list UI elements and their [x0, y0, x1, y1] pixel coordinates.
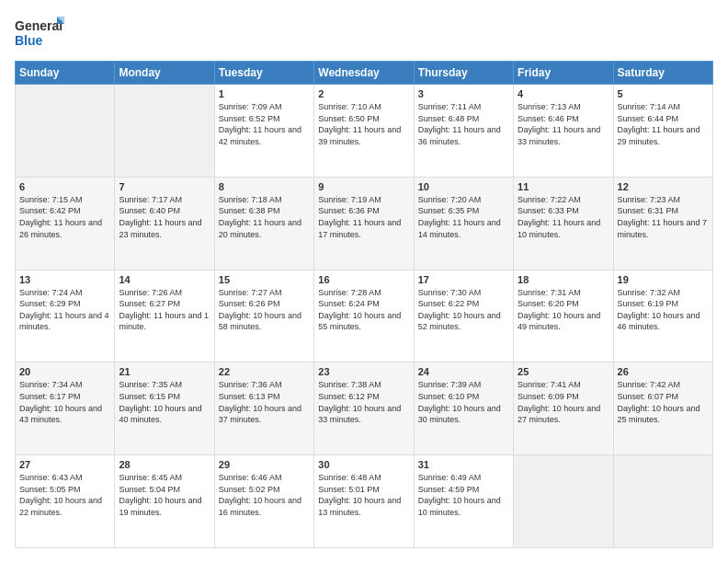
- calendar-cell: 4Sunrise: 7:13 AMSunset: 6:46 PMDaylight…: [514, 85, 613, 178]
- day-info: Sunrise: 7:19 AMSunset: 6:36 PMDaylight:…: [318, 194, 409, 240]
- day-number: 8: [219, 181, 310, 192]
- col-header-sunday: Sunday: [16, 62, 115, 85]
- calendar-week-0: 1Sunrise: 7:09 AMSunset: 6:52 PMDaylight…: [16, 85, 713, 178]
- calendar-cell: [514, 455, 613, 548]
- day-number: 23: [318, 366, 409, 377]
- day-info: Sunrise: 7:10 AMSunset: 6:50 PMDaylight:…: [318, 101, 409, 147]
- header: General Blue: [15, 15, 713, 52]
- day-number: 3: [418, 88, 509, 99]
- day-info: Sunrise: 7:30 AMSunset: 6:22 PMDaylight:…: [418, 287, 509, 333]
- calendar-header-row: SundayMondayTuesdayWednesdayThursdayFrid…: [16, 62, 713, 85]
- day-number: 1: [219, 88, 310, 99]
- calendar-cell: 13Sunrise: 7:24 AMSunset: 6:29 PMDayligh…: [16, 270, 115, 362]
- day-info: Sunrise: 6:46 AMSunset: 5:02 PMDaylight:…: [219, 472, 310, 518]
- day-number: 5: [618, 88, 709, 99]
- svg-text:Blue: Blue: [15, 33, 43, 48]
- calendar-cell: 16Sunrise: 7:28 AMSunset: 6:24 PMDayligh…: [314, 270, 414, 362]
- day-info: Sunrise: 7:18 AMSunset: 6:38 PMDaylight:…: [219, 194, 310, 240]
- logo-svg: General Blue: [15, 15, 65, 52]
- calendar-cell: 6Sunrise: 7:15 AMSunset: 6:42 PMDaylight…: [16, 177, 115, 270]
- day-number: 28: [119, 459, 210, 470]
- day-info: Sunrise: 7:28 AMSunset: 6:24 PMDaylight:…: [318, 287, 409, 333]
- calendar-week-2: 13Sunrise: 7:24 AMSunset: 6:29 PMDayligh…: [16, 270, 713, 362]
- day-number: 11: [518, 181, 609, 192]
- calendar-cell: 31Sunrise: 6:49 AMSunset: 4:59 PMDayligh…: [414, 455, 513, 548]
- day-number: 9: [318, 181, 409, 192]
- calendar-cell: 19Sunrise: 7:32 AMSunset: 6:19 PMDayligh…: [613, 270, 712, 362]
- calendar-cell: 10Sunrise: 7:20 AMSunset: 6:35 PMDayligh…: [414, 177, 513, 270]
- day-info: Sunrise: 7:31 AMSunset: 6:20 PMDaylight:…: [518, 287, 609, 333]
- day-info: Sunrise: 7:41 AMSunset: 6:09 PMDaylight:…: [518, 379, 609, 425]
- page: General Blue SundayMondayTuesdayWednesda…: [0, 0, 728, 563]
- calendar-cell: 29Sunrise: 6:46 AMSunset: 5:02 PMDayligh…: [214, 455, 313, 548]
- day-info: Sunrise: 7:15 AMSunset: 6:42 PMDaylight:…: [19, 194, 110, 240]
- day-number: 16: [318, 274, 409, 285]
- calendar-cell: [613, 455, 712, 548]
- calendar-cell: 28Sunrise: 6:45 AMSunset: 5:04 PMDayligh…: [115, 455, 214, 548]
- day-info: Sunrise: 6:43 AMSunset: 5:05 PMDaylight:…: [19, 472, 110, 518]
- day-info: Sunrise: 7:36 AMSunset: 6:13 PMDaylight:…: [219, 379, 310, 425]
- calendar-cell: 30Sunrise: 6:48 AMSunset: 5:01 PMDayligh…: [314, 455, 414, 548]
- day-info: Sunrise: 7:35 AMSunset: 6:15 PMDaylight:…: [119, 379, 210, 425]
- day-number: 7: [119, 181, 210, 192]
- calendar-cell: 17Sunrise: 7:30 AMSunset: 6:22 PMDayligh…: [414, 270, 513, 362]
- day-info: Sunrise: 7:13 AMSunset: 6:46 PMDaylight:…: [518, 101, 609, 147]
- day-info: Sunrise: 7:42 AMSunset: 6:07 PMDaylight:…: [618, 379, 709, 425]
- day-info: Sunrise: 7:39 AMSunset: 6:10 PMDaylight:…: [418, 379, 509, 425]
- day-info: Sunrise: 7:38 AMSunset: 6:12 PMDaylight:…: [318, 379, 409, 425]
- day-info: Sunrise: 7:14 AMSunset: 6:44 PMDaylight:…: [618, 101, 709, 147]
- calendar-cell: 8Sunrise: 7:18 AMSunset: 6:38 PMDaylight…: [214, 177, 313, 270]
- day-number: 4: [518, 88, 609, 99]
- calendar-cell: 26Sunrise: 7:42 AMSunset: 6:07 PMDayligh…: [613, 362, 712, 455]
- calendar-cell: 2Sunrise: 7:10 AMSunset: 6:50 PMDaylight…: [314, 85, 414, 178]
- day-info: Sunrise: 7:17 AMSunset: 6:40 PMDaylight:…: [119, 194, 210, 240]
- day-info: Sunrise: 7:09 AMSunset: 6:52 PMDaylight:…: [219, 101, 310, 147]
- calendar-cell: 3Sunrise: 7:11 AMSunset: 6:48 PMDaylight…: [414, 85, 513, 178]
- day-info: Sunrise: 7:26 AMSunset: 6:27 PMDaylight:…: [119, 287, 210, 333]
- day-info: Sunrise: 7:23 AMSunset: 6:31 PMDaylight:…: [618, 194, 709, 240]
- calendar-cell: 12Sunrise: 7:23 AMSunset: 6:31 PMDayligh…: [613, 177, 712, 270]
- day-number: 10: [418, 181, 509, 192]
- day-number: 19: [618, 274, 709, 285]
- day-number: 25: [518, 366, 609, 377]
- day-number: 21: [119, 366, 210, 377]
- calendar-cell: 24Sunrise: 7:39 AMSunset: 6:10 PMDayligh…: [414, 362, 513, 455]
- calendar-cell: 20Sunrise: 7:34 AMSunset: 6:17 PMDayligh…: [16, 362, 115, 455]
- col-header-friday: Friday: [514, 62, 613, 85]
- calendar-cell: 25Sunrise: 7:41 AMSunset: 6:09 PMDayligh…: [514, 362, 613, 455]
- day-info: Sunrise: 6:45 AMSunset: 5:04 PMDaylight:…: [119, 472, 210, 518]
- calendar-cell: [16, 85, 115, 178]
- day-info: Sunrise: 7:27 AMSunset: 6:26 PMDaylight:…: [219, 287, 310, 333]
- calendar-cell: 21Sunrise: 7:35 AMSunset: 6:15 PMDayligh…: [115, 362, 214, 455]
- day-info: Sunrise: 6:48 AMSunset: 5:01 PMDaylight:…: [318, 472, 409, 518]
- calendar-cell: 15Sunrise: 7:27 AMSunset: 6:26 PMDayligh…: [214, 270, 313, 362]
- col-header-monday: Monday: [115, 62, 214, 85]
- svg-text:General: General: [15, 18, 63, 33]
- calendar-week-3: 20Sunrise: 7:34 AMSunset: 6:17 PMDayligh…: [16, 362, 713, 455]
- day-number: 29: [219, 459, 310, 470]
- day-number: 30: [318, 459, 409, 470]
- col-header-tuesday: Tuesday: [214, 62, 313, 85]
- day-number: 6: [19, 181, 110, 192]
- day-number: 18: [518, 274, 609, 285]
- calendar-week-4: 27Sunrise: 6:43 AMSunset: 5:05 PMDayligh…: [16, 455, 713, 548]
- calendar-cell: 7Sunrise: 7:17 AMSunset: 6:40 PMDaylight…: [115, 177, 214, 270]
- calendar-cell: 18Sunrise: 7:31 AMSunset: 6:20 PMDayligh…: [514, 270, 613, 362]
- col-header-thursday: Thursday: [414, 62, 513, 85]
- day-number: 2: [318, 88, 409, 99]
- day-number: 27: [19, 459, 110, 470]
- day-number: 20: [19, 366, 110, 377]
- calendar-cell: 5Sunrise: 7:14 AMSunset: 6:44 PMDaylight…: [613, 85, 712, 178]
- calendar-cell: 23Sunrise: 7:38 AMSunset: 6:12 PMDayligh…: [314, 362, 414, 455]
- day-info: Sunrise: 7:32 AMSunset: 6:19 PMDaylight:…: [618, 287, 709, 333]
- day-number: 31: [418, 459, 509, 470]
- calendar-cell: 22Sunrise: 7:36 AMSunset: 6:13 PMDayligh…: [214, 362, 313, 455]
- day-number: 22: [219, 366, 310, 377]
- day-info: Sunrise: 7:22 AMSunset: 6:33 PMDaylight:…: [518, 194, 609, 240]
- col-header-saturday: Saturday: [613, 62, 712, 85]
- day-info: Sunrise: 7:24 AMSunset: 6:29 PMDaylight:…: [19, 287, 110, 333]
- day-number: 15: [219, 274, 310, 285]
- calendar-table: SundayMondayTuesdayWednesdayThursdayFrid…: [15, 61, 713, 548]
- day-info: Sunrise: 7:11 AMSunset: 6:48 PMDaylight:…: [418, 101, 509, 147]
- calendar-cell: 1Sunrise: 7:09 AMSunset: 6:52 PMDaylight…: [214, 85, 313, 178]
